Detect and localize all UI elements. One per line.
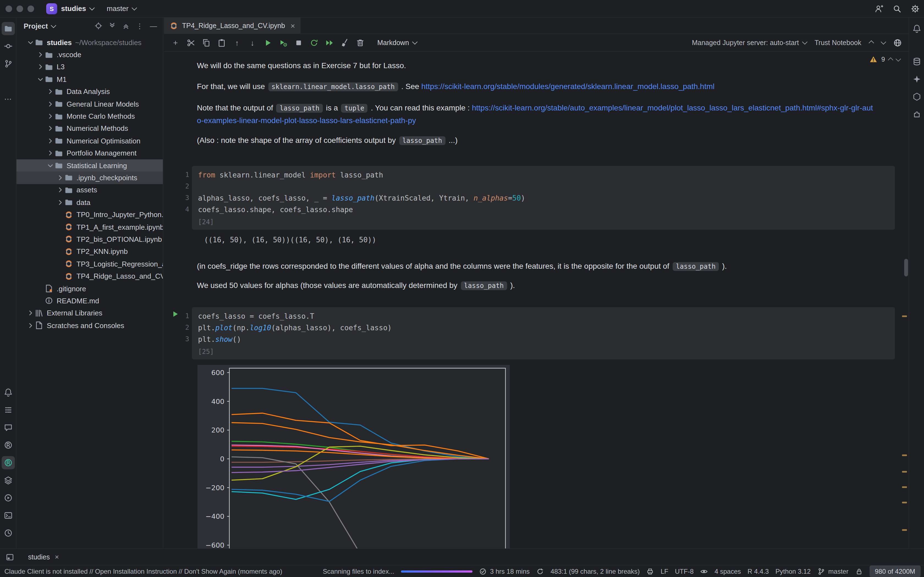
add-cell-button[interactable]: ＋ [168, 35, 183, 50]
code-line[interactable]: 2plt.plot(np.log10(alphas_lasso), coefs_… [198, 322, 895, 334]
tree-row[interactable]: Portfolio Management [16, 147, 163, 160]
trust-notebook-button[interactable]: Trust Notebook [814, 39, 861, 47]
git-branch-widget[interactable]: master [817, 567, 848, 575]
indent-widget[interactable]: 4 spaces [714, 567, 741, 575]
analysis-stripe-mark[interactable] [902, 502, 907, 503]
chevron-icon[interactable] [46, 150, 55, 156]
notebook-content[interactable]: We will do the same questions as in Exer… [164, 52, 909, 548]
chevron-icon[interactable] [36, 76, 45, 83]
analysis-stripe-mark[interactable] [902, 316, 907, 317]
tree-row[interactable]: TP3_Logistic_Regression_an... [16, 258, 163, 270]
r-interpreter-widget[interactable]: R 4.4.3 [748, 567, 769, 575]
tree-row[interactable]: .gitignore [16, 282, 163, 295]
r-tools-icon[interactable] [2, 438, 15, 452]
project-widget[interactable]: S studies [42, 2, 98, 16]
move-cell-down-button[interactable]: ↓ [245, 35, 260, 50]
chevron-icon[interactable] [56, 187, 65, 194]
tree-row[interactable]: Data Analysis [16, 85, 163, 98]
cut-cell-button[interactable] [184, 35, 198, 50]
editor-scrollbar-thumb[interactable] [904, 259, 908, 276]
notifications-tool-icon[interactable] [2, 386, 15, 399]
printer-icon[interactable] [646, 567, 654, 575]
next-cell-icon[interactable] [880, 39, 885, 44]
sync-icon[interactable] [536, 567, 544, 575]
analysis-stripe-mark[interactable] [902, 471, 907, 472]
chevron-icon[interactable] [46, 162, 55, 169]
chevron-icon[interactable] [26, 309, 35, 317]
project-panel-title[interactable]: Project [24, 22, 55, 30]
clear-outputs-button[interactable] [338, 35, 352, 50]
tree-row[interactable]: TP2_KNN.ipynb [16, 245, 163, 258]
line-separator-widget[interactable]: LF [661, 567, 668, 575]
chevron-icon[interactable] [26, 39, 35, 46]
lock-icon[interactable] [855, 567, 863, 575]
dependencies-tool-icon[interactable] [910, 108, 923, 121]
stack-tool-icon[interactable] [2, 474, 15, 487]
tree-row[interactable]: assets [16, 184, 163, 196]
inspections-widget[interactable]: 9 [870, 55, 900, 63]
branch-widget[interactable]: master [107, 5, 136, 13]
editor-tab-active[interactable]: TP4_Ridge_Lasso_and_CV.ipynb × [164, 18, 301, 34]
link[interactable]: https://scikit-learn.org/stable/modules/… [421, 82, 714, 91]
run-cell-button[interactable] [261, 35, 275, 50]
tree-row[interactable]: TP4_Ridge_Lasso_and_CV.ip... [16, 270, 163, 282]
previous-problem-icon[interactable] [888, 58, 893, 63]
close-window-button[interactable] [5, 5, 12, 12]
tree-row[interactable]: .ipynb_checkpoints [16, 172, 163, 184]
more-tools-icon[interactable]: ⋯ [2, 92, 15, 105]
analysis-stripe-mark[interactable] [902, 486, 907, 488]
hide-panel-icon[interactable]: — [147, 20, 160, 32]
tree-row[interactable]: Monte Carlo Methods [16, 110, 163, 122]
code-line[interactable]: 1coefs_lasso = coefs_lasso.T [198, 311, 895, 322]
locate-file-icon[interactable] [92, 20, 105, 32]
tree-row[interactable]: TP2_bis_OPTIONAL.ipynb [16, 233, 163, 246]
notifications-bell-icon[interactable] [910, 22, 923, 35]
database-tool-icon[interactable] [910, 55, 923, 68]
code-with-me-icon[interactable] [874, 4, 883, 13]
tree-row[interactable]: L3 [16, 61, 163, 73]
search-everywhere-icon[interactable] [893, 4, 901, 13]
todo-tool-icon[interactable] [2, 403, 15, 417]
recent-tool-icon[interactable] [2, 527, 15, 540]
chevron-icon[interactable] [46, 88, 55, 95]
analysis-stripe-mark[interactable] [902, 529, 907, 531]
tree-row[interactable]: M1 [16, 73, 163, 85]
code-line[interactable]: 3plt.show() [198, 334, 895, 345]
tree-row[interactable]: data [16, 196, 163, 208]
analysis-stripe-mark[interactable] [902, 455, 907, 456]
commit-tool-icon[interactable] [2, 40, 15, 53]
tree-row[interactable]: TP0_Intro_Jupyter_Python.ip... [16, 208, 163, 221]
move-cell-up-button[interactable]: ↑ [230, 35, 244, 50]
copy-cell-button[interactable] [199, 35, 213, 50]
code-line[interactable]: 3alphas_lasso, coefs_lasso, _ = lasso_pa… [198, 192, 895, 204]
run-cell-and-below-button[interactable] [276, 35, 291, 50]
run-tool-icon[interactable] [2, 491, 15, 504]
code-line[interactable]: 4coefs_lasso.shape, coefs_lasso.shape [198, 204, 895, 215]
minimize-window-button[interactable] [16, 5, 23, 12]
chevron-icon[interactable] [46, 100, 55, 108]
close-tab-icon[interactable]: × [291, 21, 295, 30]
tree-row[interactable]: Statistical Learning [16, 160, 163, 172]
tool-tab-studies[interactable]: studies × [24, 551, 63, 563]
session-time-widget[interactable]: 3 hrs 18 mins [479, 567, 530, 575]
globe-icon[interactable] [893, 38, 902, 47]
tree-row[interactable]: README.md [16, 295, 163, 307]
chevron-icon[interactable] [56, 199, 65, 206]
tree-row[interactable]: studies~/Workspace/studies [16, 36, 163, 48]
collapse-all-icon[interactable] [120, 20, 132, 32]
vcs-branch-tool-icon[interactable] [2, 57, 15, 70]
cell-type-selector[interactable]: Markdown [377, 39, 416, 47]
chevron-icon[interactable] [46, 113, 55, 120]
fullscreen-window-button[interactable] [27, 5, 34, 12]
panel-options-icon[interactable]: ⋮ [134, 20, 146, 32]
code-cell[interactable]: 1from sklearn.linear_model import lasso_… [192, 166, 895, 230]
settings-gear-icon[interactable] [911, 4, 919, 13]
project-tool-icon[interactable] [2, 22, 15, 35]
tree-row[interactable]: External Libraries [16, 307, 163, 319]
r-console-tool-icon[interactable] [2, 456, 15, 469]
run-all-cells-button[interactable] [322, 35, 337, 50]
tool-window-switcher-icon[interactable] [5, 553, 14, 561]
paste-cell-button[interactable] [215, 35, 229, 50]
ai-chat-tool-icon[interactable] [2, 421, 15, 434]
tree-row[interactable]: .vscode [16, 48, 163, 61]
